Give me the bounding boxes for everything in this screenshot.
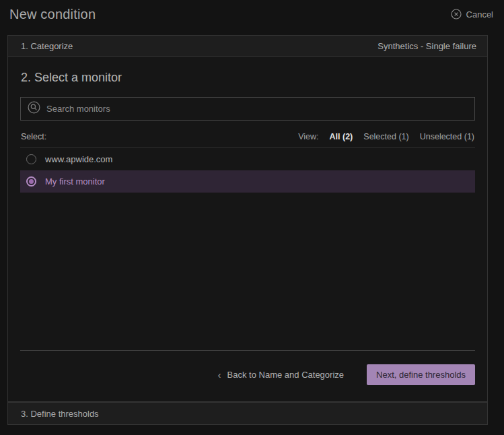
view-label: View: [298, 132, 318, 141]
back-to-name-and-categorize-link[interactable]: ‹ Back to Name and Categorize [218, 370, 344, 380]
footer-divider [20, 350, 475, 351]
step-2-panel: 2. Select a monitor Select: View: All (2… [7, 57, 488, 402]
step-3-label: 3. Define thresholds [21, 409, 99, 419]
cancel-label: Cancel [466, 9, 493, 20]
step-1-label: 1. Categorize [21, 41, 73, 51]
view-filter-selected[interactable]: Selected (1) [363, 132, 408, 141]
chevron-left-icon: ‹ [218, 370, 221, 380]
select-label: Select: [21, 132, 46, 141]
monitor-row-www-apwide-com[interactable]: www.apwide.com [20, 148, 475, 170]
monitor-row-my-first-monitor[interactable]: My first monitor [20, 170, 475, 193]
header: New condition Cancel [0, 0, 504, 35]
cancel-button[interactable]: Cancel [451, 9, 493, 20]
search-monitors-input[interactable] [46, 104, 468, 114]
search-icon [28, 101, 40, 116]
step-1-categorize-header[interactable]: 1. Categorize Synthetics - Single failur… [7, 35, 488, 57]
step-2-heading: 2. Select a monitor [21, 71, 475, 85]
view-filter-unselected[interactable]: Unselected (1) [420, 132, 474, 141]
radio-unchecked-icon[interactable] [26, 154, 36, 164]
view-filter-all[interactable]: All (2) [330, 132, 353, 141]
monitor-search-box[interactable] [20, 97, 475, 121]
monitor-list: www.apwide.com My first monitor [20, 147, 475, 193]
view-filter-group: View: All (2) Selected (1) Unselected (1… [298, 132, 474, 141]
step-1-selected-value: Synthetics - Single failure [377, 41, 476, 51]
monitor-name: www.apwide.com [45, 154, 112, 164]
panel-footer: ‹ Back to Name and Categorize Next, defi… [20, 364, 475, 385]
next-define-thresholds-button[interactable]: Next, define thresholds [367, 364, 475, 385]
condition-wizard: 1. Categorize Synthetics - Single failur… [7, 35, 488, 425]
monitor-name: My first monitor [45, 176, 105, 187]
back-link-label: Back to Name and Categorize [227, 370, 344, 380]
radio-checked-icon[interactable] [26, 176, 36, 187]
step-3-define-thresholds-header[interactable]: 3. Define thresholds [7, 402, 488, 425]
list-toolbar: Select: View: All (2) Selected (1) Unsel… [20, 132, 475, 147]
cancel-icon [451, 9, 462, 20]
page-title: New condition [9, 7, 96, 22]
panel-spacer [20, 193, 475, 350]
